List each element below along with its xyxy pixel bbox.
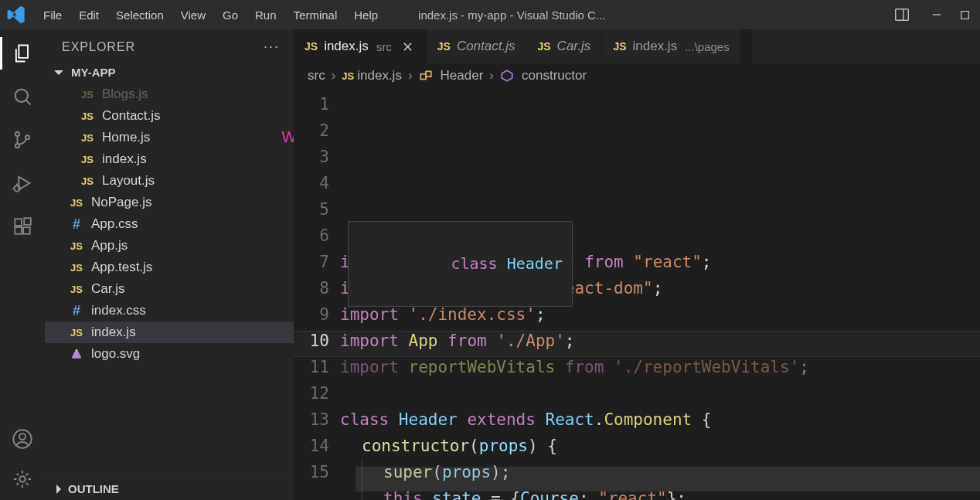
menu-file[interactable]: File: [36, 5, 70, 25]
maximize-button[interactable]: [955, 5, 974, 24]
menu-edit[interactable]: Edit: [71, 5, 107, 25]
svg-point-7: [15, 144, 19, 148]
svg-rect-15: [15, 227, 22, 234]
file-item[interactable]: JSApp.js: [45, 235, 294, 257]
symbol-class-icon: [419, 69, 433, 83]
file-item[interactable]: JSHome.js: [45, 127, 294, 148]
js-file-icon: JS: [68, 194, 85, 211]
file-label: Car.js: [91, 281, 124, 297]
code-line[interactable]: import reportWebVitals from './reportWeb…: [340, 354, 980, 380]
code-line[interactable]: class Header extends React.Component {: [340, 406, 980, 433]
file-item[interactable]: JSindex.js: [45, 148, 294, 170]
workspace-header[interactable]: MY-APP: [45, 61, 294, 83]
css-file-icon: #: [68, 302, 85, 319]
run-debug-activity-icon[interactable]: [11, 172, 34, 195]
account-activity-icon[interactable]: [11, 427, 34, 451]
tab-label: index.js: [633, 39, 678, 54]
extensions-activity-icon[interactable]: [11, 215, 34, 238]
file-label: App.css: [91, 216, 138, 232]
file-item[interactable]: JSContact.js: [45, 105, 294, 127]
file-list: Wikitechy JSBlogs.jsJSContact.jsJSHome.j…: [45, 83, 294, 365]
file-item[interactable]: JSBlogs.js: [45, 83, 294, 105]
svg-point-21: [75, 349, 77, 352]
breadcrumb-file: JSindex.js: [342, 68, 402, 83]
watermark-text: Wikitechy: [281, 128, 294, 146]
editor-tab[interactable]: JSindex.jssrc: [294, 29, 427, 63]
chevron-right-icon: ›: [489, 68, 494, 83]
svg-point-6: [15, 132, 19, 136]
close-icon[interactable]: [401, 39, 415, 53]
code-line[interactable]: this.state = {Course: "react"};: [340, 485, 980, 500]
file-label: index.css: [91, 303, 146, 318]
file-label: Blogs.js: [102, 87, 148, 102]
activity-bar: [0, 29, 45, 500]
tab-label: Car.js: [557, 39, 591, 54]
file-item[interactable]: JSApp.test.js: [45, 257, 294, 278]
code-line[interactable]: [340, 380, 980, 406]
code-editor[interactable]: 123456789101112131415 class Header impor…: [294, 88, 980, 500]
minimize-button[interactable]: [927, 5, 946, 24]
file-item[interactable]: JSCar.js: [45, 278, 294, 300]
file-label: App.test.js: [91, 260, 152, 275]
main-area: EXPLORER ··· MY-APP Wikitechy JSBlogs.js…: [0, 29, 980, 500]
file-item[interactable]: JSLayout.js: [45, 170, 294, 192]
explorer-activity-icon[interactable]: [11, 42, 34, 65]
js-file-icon: JS: [79, 86, 96, 103]
menu-terminal[interactable]: Terminal: [286, 5, 345, 25]
chevron-right-icon: [53, 483, 65, 495]
file-label: Home.js: [102, 130, 150, 145]
tab-label: Contact.js: [457, 39, 516, 54]
js-file-icon: JS: [613, 40, 626, 53]
breadcrumb[interactable]: src › JSindex.js › Header › constructor: [294, 63, 980, 88]
menu-help[interactable]: Help: [346, 5, 386, 25]
svg-point-20: [19, 476, 25, 481]
code-line[interactable]: import App from './App';: [340, 328, 980, 354]
sidebar-title: EXPLORER: [62, 40, 135, 54]
js-file-icon: JS: [342, 70, 354, 82]
symbol-method-icon: [500, 69, 514, 83]
window-controls: [927, 5, 974, 24]
file-item[interactable]: logo.svg: [45, 343, 294, 365]
breadcrumb-folder: src: [308, 68, 325, 83]
menu-go[interactable]: Go: [215, 5, 246, 25]
file-label: App.js: [91, 238, 128, 253]
menu-selection[interactable]: Selection: [108, 5, 172, 25]
svg-point-19: [19, 434, 26, 440]
window-title: index.js - my-app - Visual Studio C...: [418, 9, 892, 22]
search-activity-icon[interactable]: [11, 85, 34, 108]
code-content[interactable]: class Header import React, {useState} fr…: [340, 88, 980, 500]
file-label: index.js: [102, 151, 147, 167]
code-line[interactable]: super(props);: [340, 459, 980, 485]
js-file-icon: JS: [68, 237, 85, 254]
file-label: index.js: [91, 325, 136, 340]
menu-view[interactable]: View: [173, 5, 213, 25]
sidebar: EXPLORER ··· MY-APP Wikitechy JSBlogs.js…: [45, 29, 294, 500]
js-file-icon: JS: [79, 107, 96, 124]
code-line[interactable]: constructor(props) {: [340, 433, 980, 459]
chevron-down-icon: [53, 66, 65, 79]
breadcrumb-class: Header: [419, 68, 484, 83]
file-item[interactable]: #App.css: [45, 213, 294, 235]
source-control-activity-icon[interactable]: [11, 128, 34, 151]
svg-rect-17: [24, 218, 31, 225]
chevron-right-icon: ›: [408, 68, 413, 83]
file-label: NoPage.js: [91, 195, 151, 210]
menubar: FileEditSelectionViewGoRunTerminalHelp i…: [0, 0, 980, 29]
editor-tab[interactable]: JSContact.js: [427, 29, 527, 63]
js-file-icon: JS: [68, 259, 85, 276]
hover-tooltip: class Header: [348, 221, 573, 307]
file-item[interactable]: JSindex.js: [45, 321, 294, 343]
file-label: Contact.js: [102, 108, 161, 124]
layout-toggle-icon[interactable]: [893, 6, 910, 23]
editor-tab[interactable]: JSindex.js...\pages: [602, 29, 740, 63]
editor-tab[interactable]: JSCar.js: [526, 29, 602, 63]
file-item[interactable]: JSNoPage.js: [45, 192, 294, 213]
outline-section[interactable]: OUTLINE: [45, 477, 294, 500]
menu-run[interactable]: Run: [247, 5, 284, 25]
svg-line-5: [26, 100, 31, 105]
svg-point-4: [15, 90, 28, 102]
js-file-icon: JS: [68, 281, 85, 298]
sidebar-more-icon[interactable]: ···: [264, 39, 280, 55]
settings-activity-icon[interactable]: [11, 468, 34, 491]
file-item[interactable]: #index.css: [45, 300, 294, 321]
